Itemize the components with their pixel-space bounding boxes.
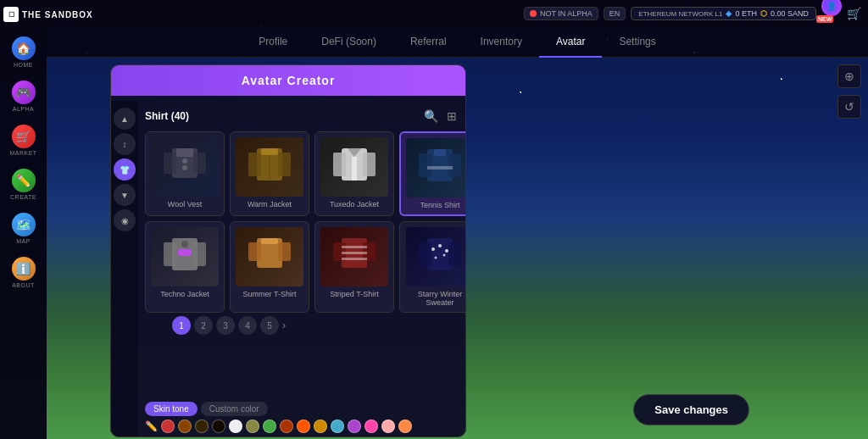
color-swatch-14[interactable] bbox=[398, 420, 412, 433]
svg-point-40 bbox=[438, 244, 442, 247]
svg-point-43 bbox=[443, 253, 446, 256]
item-name-starry-sweater: Starry Winter Sweater bbox=[405, 290, 466, 307]
sidebar-item-alpha[interactable]: 🎮 ALPHA bbox=[3, 75, 45, 117]
item-tuxedo-jacket[interactable]: Tuxedo Jacket bbox=[314, 131, 394, 216]
svg-rect-8 bbox=[278, 153, 291, 176]
color-swatch-9[interactable] bbox=[314, 420, 327, 433]
item-thumb-starry-sweater bbox=[406, 227, 466, 286]
svg-rect-2 bbox=[193, 153, 206, 174]
item-techno-jacket[interactable]: Techno Jacket bbox=[145, 221, 225, 313]
share-button[interactable]: ⊞ bbox=[445, 108, 459, 125]
create-icon: ✏️ bbox=[12, 169, 36, 192]
cat-btn-down[interactable]: ▼ bbox=[114, 184, 136, 206]
network-label: ETHEREUM NETWORK L1 bbox=[638, 10, 722, 18]
nav-settings[interactable]: Settings bbox=[602, 27, 672, 58]
sidebar-label-create: CREATE bbox=[10, 194, 36, 200]
svg-rect-3 bbox=[176, 148, 193, 157]
nav-referral[interactable]: Referral bbox=[393, 27, 464, 58]
cat-btn-shirt[interactable]: 👕 bbox=[114, 158, 136, 181]
item-thumb-summer-tshirt bbox=[236, 227, 303, 286]
color-swatch-0[interactable] bbox=[161, 420, 175, 433]
market-icon: 🛒 bbox=[12, 125, 36, 148]
sand-icon: ⬡ bbox=[760, 9, 767, 18]
svg-rect-13 bbox=[363, 153, 376, 176]
color-swatch-10[interactable] bbox=[331, 420, 344, 433]
item-wool-vest[interactable]: Wool Vest bbox=[145, 131, 225, 216]
sidebar-item-market[interactable]: 🛒 MARKET bbox=[3, 119, 45, 161]
eth-icon: ◈ bbox=[726, 9, 732, 18]
color-swatch-8[interactable] bbox=[297, 420, 310, 433]
svg-rect-33 bbox=[342, 246, 367, 248]
item-name-summer-tshirt: Summer T-Shirt bbox=[243, 290, 297, 298]
sidebar-label-alpha: ALPHA bbox=[13, 106, 34, 112]
svg-point-25 bbox=[181, 241, 188, 247]
svg-rect-1 bbox=[164, 153, 176, 174]
color-swatch-12[interactable] bbox=[364, 420, 378, 433]
cat-btn-up[interactable]: ▲ bbox=[114, 108, 136, 130]
wallet-info: ETHEREUM NETWORK L1 ◈ 0 ETH ⬡ 0.00 SAND bbox=[631, 7, 816, 20]
color-swatch-7[interactable] bbox=[280, 420, 293, 433]
skin-tone-tab[interactable]: Skin tone bbox=[145, 402, 198, 416]
language-selector[interactable]: EN bbox=[604, 7, 626, 20]
bottom-controls: Skin tone Custom color ✏️ bbox=[138, 398, 465, 436]
svg-rect-22 bbox=[164, 242, 176, 266]
page-1-button[interactable]: 1 bbox=[172, 316, 191, 335]
item-starry-sweater[interactable]: Starry Winter Sweater bbox=[399, 221, 466, 313]
color-swatch-3[interactable] bbox=[212, 420, 225, 433]
item-tennis-shirt[interactable]: Tennis Shirt bbox=[399, 131, 466, 216]
save-changes-button[interactable]: Save changes bbox=[633, 394, 749, 425]
map-icon: 🗺️ bbox=[12, 213, 36, 236]
sidebar-item-home[interactable]: 🏠 HOME bbox=[3, 31, 45, 73]
search-button[interactable]: 🔍 bbox=[422, 108, 440, 125]
cat-btn-circle[interactable]: ◉ bbox=[114, 209, 136, 231]
items-grid: Wool Vest Warm Jacket bbox=[145, 131, 459, 313]
svg-rect-17 bbox=[419, 153, 431, 177]
page-3-button[interactable]: 3 bbox=[216, 316, 235, 335]
sidebar-item-about[interactable]: ℹ️ ABOUT bbox=[3, 251, 45, 293]
nav-defi[interactable]: DeFi (Soon) bbox=[304, 27, 393, 58]
status-dot-icon bbox=[530, 10, 537, 17]
eth-amount: 0 ETH bbox=[735, 9, 757, 18]
grid-area: Shirt (40) 🔍 ⊞ bbox=[138, 101, 465, 369]
zoom-in-button[interactable]: ⊕ bbox=[837, 64, 861, 88]
color-swatch-1[interactable] bbox=[178, 420, 192, 433]
svg-rect-27 bbox=[248, 242, 261, 261]
item-warm-jacket[interactable]: Warm Jacket bbox=[230, 131, 309, 216]
page-5-button[interactable]: 5 bbox=[260, 316, 279, 335]
color-swatch-11[interactable] bbox=[348, 420, 361, 433]
avatar[interactable]: 👤 bbox=[821, 0, 842, 16]
cart-icon[interactable]: 🛒 bbox=[847, 7, 861, 20]
color-swatch-6[interactable] bbox=[263, 420, 276, 433]
panel-title: Avatar Creator bbox=[242, 74, 336, 87]
item-summer-tshirt[interactable]: Summer T-Shirt bbox=[230, 221, 309, 313]
alpha-status-text: NOT IN ALPHA bbox=[540, 9, 593, 18]
page-next-button[interactable]: › bbox=[282, 320, 286, 331]
category-sidebar: ▲ ↕ 👕 ▼ ◉ bbox=[111, 101, 138, 436]
logo-icon: ☐ bbox=[3, 7, 19, 22]
nav-inventory[interactable]: Inventory bbox=[464, 27, 539, 58]
sidebar-label-map: MAP bbox=[16, 238, 31, 244]
color-swatch-2[interactable] bbox=[195, 420, 209, 433]
new-badge: NEW bbox=[816, 15, 833, 23]
sidebar: 🏠 HOME 🎮 ALPHA 🛒 MARKET ✏️ CREATE 🗺️ MAP… bbox=[0, 27, 47, 439]
nav-bar: Profile DeFi (Soon) Referral Inventory A… bbox=[47, 27, 868, 58]
color-swatch-4[interactable] bbox=[229, 420, 242, 433]
item-striped-tshirt[interactable]: Striped T-Shirt bbox=[314, 221, 394, 313]
zoom-out-button[interactable]: ↺ bbox=[837, 95, 861, 119]
color-row: ✏️ bbox=[145, 420, 459, 433]
page-4-button[interactable]: 4 bbox=[238, 316, 257, 335]
color-swatch-13[interactable] bbox=[381, 420, 395, 433]
page-2-button[interactable]: 2 bbox=[194, 316, 213, 335]
svg-rect-38 bbox=[448, 242, 461, 266]
svg-point-41 bbox=[445, 249, 448, 253]
color-swatch-5[interactable] bbox=[246, 420, 259, 433]
item-thumb-tuxedo-jacket bbox=[320, 137, 388, 197]
custom-color-tab[interactable]: Custom color bbox=[201, 402, 268, 416]
sidebar-item-create[interactable]: ✏️ CREATE bbox=[3, 163, 45, 205]
sidebar-label-about: ABOUT bbox=[12, 282, 35, 288]
cat-btn-vertical[interactable]: ↕ bbox=[114, 133, 136, 155]
nav-avatar[interactable]: Avatar bbox=[539, 27, 602, 58]
svg-point-39 bbox=[431, 247, 435, 251]
nav-profile[interactable]: Profile bbox=[242, 27, 304, 58]
sidebar-item-map[interactable]: 🗺️ MAP bbox=[3, 207, 45, 249]
